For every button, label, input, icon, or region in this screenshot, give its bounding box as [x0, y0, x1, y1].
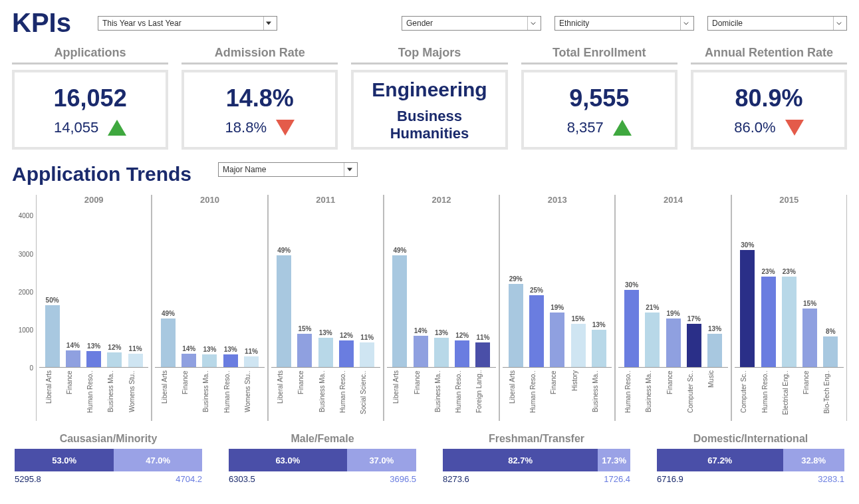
chart-category-label: Human Reso..: [339, 370, 354, 421]
chart-bar[interactable]: 23%: [759, 208, 777, 368]
chart-bar-pct: 21%: [646, 304, 659, 311]
chart-category-labels: Computer Sc..Human Reso..Electrical Eng.…: [735, 368, 844, 421]
chart-bar[interactable]: 8%: [822, 208, 840, 368]
chart-bar-rect: [360, 342, 374, 368]
chart-bar[interactable]: 13%: [85, 208, 103, 368]
kpi-sub-row: 18.8%: [191, 119, 328, 136]
chart-bar[interactable]: 13%: [432, 208, 450, 368]
chart-bar[interactable]: 12%: [453, 208, 471, 368]
filter-domicile-dropdown[interactable]: Domicile: [707, 16, 847, 31]
chart-bar[interactable]: 49%: [391, 208, 409, 368]
chart-category-label: Finance: [297, 370, 312, 421]
chart-bar[interactable]: 25%: [527, 208, 545, 368]
breakdown-value-1: 6303.5: [229, 474, 255, 484]
chart-bar[interactable]: 13%: [705, 208, 723, 368]
chart-bar-rect: [392, 255, 407, 368]
chart-bars-area: 49%15%13%12%11%: [271, 208, 380, 368]
chart-bar[interactable]: 12%: [106, 208, 124, 368]
trend-up-icon: [108, 120, 126, 136]
chart-bar[interactable]: 13%: [221, 208, 239, 368]
chart-bar[interactable]: 49%: [159, 208, 177, 368]
chart-bar[interactable]: 30%: [622, 208, 640, 368]
chart-bar-pct: 13%: [708, 325, 721, 332]
breakdown-values: 8273.61726.4: [443, 474, 630, 484]
chart-bar-rect: [107, 352, 122, 368]
chart-category-label: History: [571, 370, 586, 421]
chart-bar[interactable]: 19%: [549, 208, 566, 368]
chart-bar-pct: 13%: [87, 342, 100, 350]
chart-bar[interactable]: 15%: [296, 208, 314, 368]
breakdown-bar: 53.0%47.0%: [15, 449, 202, 471]
chart-bar-pct: 14%: [414, 327, 428, 334]
chart-bar[interactable]: 11%: [242, 208, 260, 368]
chart-bar-pct: 13%: [203, 346, 216, 353]
chart-bar-rect: [318, 338, 333, 368]
chart-category-label: Liberal Arts: [509, 370, 523, 421]
chart-bar-rect: [571, 324, 586, 368]
chart-bar[interactable]: 29%: [507, 208, 525, 368]
chart-bar[interactable]: 17%: [685, 208, 703, 368]
chart-year-label: 2010: [155, 195, 264, 208]
chart-bar-pct: 13%: [592, 321, 606, 328]
chart-bar[interactable]: 15%: [569, 208, 587, 368]
chart-bar[interactable]: 12%: [337, 208, 355, 368]
chart-bar[interactable]: 11%: [126, 208, 144, 368]
chart-bar[interactable]: 13%: [201, 208, 219, 368]
chart-category-label: Business Ma..: [202, 370, 217, 421]
chart-bar-pct: 15%: [571, 315, 584, 322]
chart-bar[interactable]: 11%: [474, 208, 492, 368]
chart-bars-area: 30%21%19%17%13%: [618, 208, 727, 368]
chart-bar-rect: [592, 330, 606, 368]
breakdown-title: Male/Female: [229, 433, 416, 445]
chart-bar[interactable]: 14%: [180, 208, 198, 368]
chart-year-panel: 200950%14%13%12%11%Liberal ArtsFinanceHu…: [36, 195, 152, 421]
chart-bar-pct: 19%: [551, 304, 564, 311]
chart-bar[interactable]: 23%: [780, 208, 798, 368]
chart-bar[interactable]: 15%: [800, 208, 818, 368]
trends-chart: 01000200030004000 200950%14%13%12%11%Lib…: [12, 195, 847, 421]
filter-ethnicity-dropdown[interactable]: Ethnicity: [554, 16, 694, 31]
breakdown-seg2: 37.0%: [347, 449, 416, 471]
chart-category-label: Business Ma..: [107, 370, 122, 421]
chart-bar[interactable]: 13%: [590, 208, 608, 368]
filter-period-dropdown[interactable]: This Year vs Last Year: [98, 16, 277, 31]
chart-bar[interactable]: 21%: [644, 208, 662, 368]
chart-bar[interactable]: 50%: [43, 208, 61, 368]
filter-ethnicity-label: Ethnicity: [559, 19, 589, 28]
breakdown-seg1: 63.0%: [229, 449, 347, 471]
chart-year-panel: 201430%21%19%17%13%Human Reso..Business …: [615, 195, 731, 421]
kpi-sub-row: 14,055: [21, 119, 159, 136]
chart-year-label: 2013: [503, 195, 612, 208]
kpi-main-value: 80.9%: [700, 84, 838, 112]
chart-category-labels: Liberal ArtsFinanceBusiness Ma..Human Re…: [155, 368, 264, 421]
chart-bar-rect: [86, 351, 101, 368]
chart-bar[interactable]: 19%: [664, 208, 682, 368]
chart-category-labels: Liberal ArtsFinanceBusiness Ma..Human Re…: [387, 368, 496, 421]
chart-bar[interactable]: 14%: [64, 208, 82, 368]
chart-bar-pct: 14%: [66, 342, 80, 349]
chart-category-label: Business Ma..: [434, 370, 449, 421]
chart-bar-rect: [66, 350, 80, 368]
chart-bar-pct: 12%: [108, 344, 121, 351]
chart-bar[interactable]: 14%: [412, 208, 430, 368]
chevron-down-icon: [833, 17, 844, 30]
chart-bar-pct: 49%: [277, 247, 291, 254]
breakdown-seg2: 32.8%: [783, 449, 844, 471]
chart-bar-pct: 13%: [224, 346, 237, 353]
chart-year-label: 2011: [271, 195, 380, 208]
chart-bar[interactable]: 11%: [358, 208, 376, 368]
chart-bar[interactable]: 30%: [739, 208, 757, 368]
chart-category-label: Business Ma..: [592, 370, 606, 421]
kpi-sub-value: 14,055: [54, 119, 98, 136]
breakdown-seg2: 17.3%: [598, 449, 630, 471]
breakdown-value-2: 1726.4: [604, 474, 630, 484]
chart-bar[interactable]: 49%: [275, 208, 293, 368]
filter-major-dropdown[interactable]: Major Name: [218, 162, 358, 177]
chart-category-label: Electrical Eng..: [782, 370, 797, 421]
chart-category-label: Finance: [66, 370, 80, 421]
filter-gender-dropdown[interactable]: Gender: [402, 16, 541, 31]
chart-bar[interactable]: 13%: [316, 208, 334, 368]
filter-period-label: This Year vs Last Year: [102, 19, 182, 28]
kpi-title: Top Majors: [351, 46, 507, 64]
filter-major-label: Major Name: [223, 165, 266, 174]
